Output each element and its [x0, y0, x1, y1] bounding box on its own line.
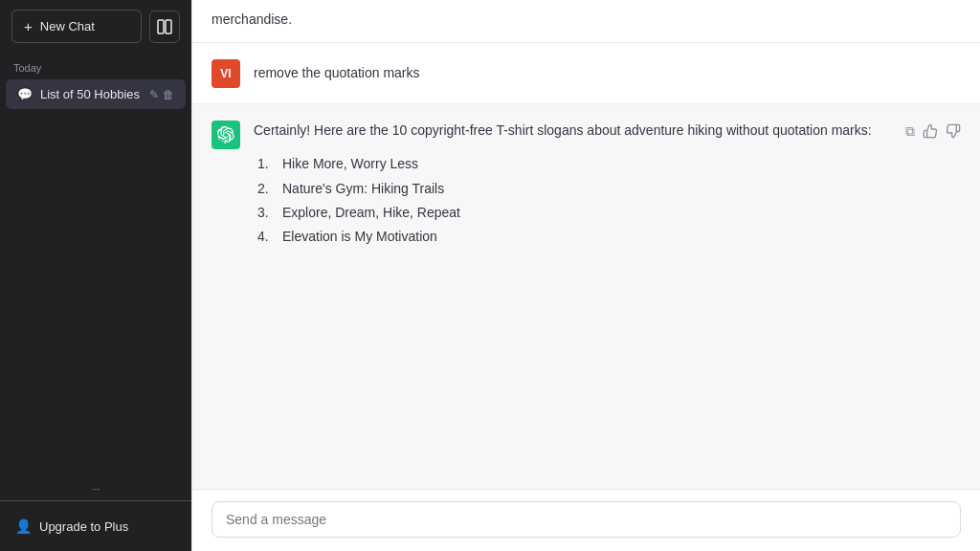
chat-list: 💬 List of 50 Hobbies ✎ 🗑 [0, 77, 191, 483]
message-actions: ⧉ [905, 120, 961, 245]
sidebar-bottom: 👤 Upgrade to Plus [0, 500, 191, 551]
sidebar-top: + New Chat [0, 0, 191, 53]
list-text-2: Nature's Gym: Hiking Trails [282, 177, 444, 201]
chat-item-actions: ✎ 🗑 [149, 88, 174, 101]
empty-area [192, 245, 980, 490]
prev-message-snippet: merchandise. [192, 0, 980, 43]
chat-item-icon: 💬 [17, 87, 33, 101]
thumbup-icon[interactable] [923, 123, 938, 142]
layout-icon [157, 19, 172, 34]
sidebar-dots: ··· [0, 483, 191, 500]
plus-icon: + [24, 18, 33, 34]
list-item: 3.Explore, Dream, Hike, Repeat [257, 201, 905, 225]
assistant-message-inner: Certainly! Here are the 10 copyright-fre… [254, 120, 961, 245]
trash-icon[interactable]: 🗑 [163, 88, 174, 101]
sidebar: + New Chat Today 💬 List of 50 Hobbies ✎ … [0, 0, 191, 551]
user-icon: 👤 [15, 518, 32, 534]
chatgpt-icon [217, 126, 234, 143]
list-num-4: 4. [257, 225, 278, 245]
main-content: merchandise. VI remove the quotation mar… [191, 0, 980, 551]
list-num-1: 1. [257, 152, 278, 176]
prev-message-text: merchandise. [212, 11, 292, 27]
thumbdown-icon[interactable] [946, 123, 961, 142]
assistant-message-row: Certainly! Here are the 10 copyright-fre… [192, 104, 980, 245]
list-item: 4.Elevation is My Motivation [257, 225, 905, 245]
upgrade-to-plus-button[interactable]: 👤 Upgrade to Plus [11, 513, 180, 540]
list-num-2: 2. [257, 177, 278, 201]
messages-container: merchandise. VI remove the quotation mar… [192, 0, 980, 245]
list-item: 1.Hike More, Worry Less [257, 152, 905, 176]
user-avatar: VI [212, 59, 240, 88]
list-num-3: 3. [257, 201, 278, 225]
copy-icon[interactable]: ⧉ [905, 123, 915, 140]
edit-icon[interactable]: ✎ [149, 88, 159, 101]
upgrade-label: Upgrade to Plus [39, 519, 128, 534]
assistant-intro-text: Certainly! Here are the 10 copyright-fre… [254, 120, 905, 141]
user-message-row: VI remove the quotation marks [192, 43, 980, 104]
message-input[interactable] [212, 501, 961, 538]
assistant-message-content: Certainly! Here are the 10 copyright-fre… [254, 120, 905, 245]
chat-item-list-50-hobbies[interactable]: 💬 List of 50 Hobbies ✎ 🗑 [6, 79, 186, 109]
user-message-text: remove the quotation marks [254, 58, 420, 83]
section-today-label: Today [0, 53, 191, 77]
input-area [192, 489, 980, 551]
new-chat-label: New Chat [40, 19, 95, 33]
new-chat-button[interactable]: + New Chat [11, 10, 142, 43]
svg-rect-1 [166, 20, 171, 33]
list-text-1: Hike More, Worry Less [282, 152, 418, 176]
chat-item-name: List of 50 Hobbies [40, 87, 149, 101]
assistant-slogans-list: 1.Hike More, Worry Less2.Nature's Gym: H… [254, 152, 905, 244]
list-text-4: Elevation is My Motivation [282, 225, 437, 245]
thumbsup-svg [923, 123, 938, 139]
list-text-3: Explore, Dream, Hike, Repeat [282, 201, 460, 225]
thumbsdown-svg [946, 123, 961, 139]
assistant-avatar [212, 121, 240, 149]
layout-toggle-button[interactable] [149, 11, 180, 43]
list-item: 2.Nature's Gym: Hiking Trails [257, 177, 905, 201]
svg-rect-0 [158, 20, 164, 33]
